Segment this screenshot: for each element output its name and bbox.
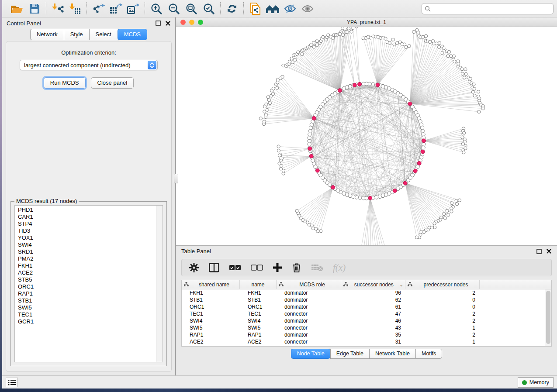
network-node[interactable]	[393, 43, 396, 46]
network-node[interactable]	[355, 196, 358, 199]
network-node[interactable]	[477, 90, 480, 93]
network-node[interactable]	[309, 44, 312, 47]
network-node[interactable]	[290, 57, 293, 60]
mcds-result-item[interactable]: TID3	[15, 227, 156, 234]
network-node[interactable]	[277, 149, 280, 152]
network-node[interactable]	[447, 50, 450, 53]
mcds-result-item[interactable]: CAR1	[15, 213, 156, 220]
network-node[interactable]	[463, 76, 466, 79]
table-cell[interactable]: 61	[341, 304, 405, 310]
window-close-icon[interactable]	[180, 20, 186, 25]
table-cell[interactable]: FKH1	[240, 290, 277, 296]
column-header-shared-name[interactable]: shared name	[182, 280, 240, 289]
network-node[interactable]	[442, 47, 445, 50]
network-node[interactable]	[308, 133, 311, 136]
network-node[interactable]	[264, 113, 267, 116]
export-table-icon[interactable]	[109, 2, 123, 16]
network-node[interactable]	[282, 64, 285, 67]
close-panel-button[interactable]: Close panel	[91, 77, 134, 89]
network-node[interactable]	[461, 142, 464, 145]
mcds-result-item[interactable]: RAP1	[15, 290, 156, 297]
table-cell[interactable]: connector	[277, 325, 341, 331]
columns-icon[interactable]	[209, 263, 219, 272]
network-node[interactable]	[259, 117, 262, 120]
network-node[interactable]	[301, 53, 304, 56]
mcds-result-item[interactable]: ORC1	[15, 283, 156, 290]
zoom-fit-icon[interactable]	[184, 2, 198, 16]
mcds-hub-node[interactable]	[338, 89, 342, 93]
network-node[interactable]	[266, 108, 269, 111]
network-node[interactable]	[471, 90, 474, 93]
network-node[interactable]	[342, 34, 345, 37]
table-cell[interactable]: dominator	[277, 290, 341, 296]
zoom-selected-icon[interactable]	[202, 2, 216, 16]
network-node[interactable]	[308, 129, 312, 133]
network-node[interactable]	[443, 213, 446, 216]
mcds-result-item[interactable]: STB5	[15, 276, 156, 283]
table-cell[interactable]: RAP1	[240, 332, 277, 338]
delete-column-icon[interactable]	[292, 262, 301, 273]
first-neighbors-icon[interactable]	[266, 2, 280, 16]
network-node[interactable]	[438, 41, 441, 45]
network-node[interactable]	[263, 120, 266, 123]
column-header-MCDS-role[interactable]: MCDS role	[277, 280, 341, 289]
table-cell[interactable]: dominator	[277, 304, 341, 310]
network-node[interactable]	[332, 37, 335, 40]
tab-style[interactable]: Style	[64, 29, 89, 40]
network-node[interactable]	[346, 31, 349, 34]
table-cell[interactable]: dominator	[277, 332, 341, 338]
optimization-criterion-select[interactable]: largest connected component (undirected)	[20, 60, 158, 70]
tab-network[interactable]: Network	[30, 29, 64, 40]
tab-network-table[interactable]: Network Table	[369, 349, 415, 359]
network-canvas[interactable]	[176, 27, 557, 245]
mcds-hub-node[interactable]	[315, 168, 319, 172]
table-cell[interactable]: 31	[341, 339, 405, 345]
network-node[interactable]	[408, 45, 411, 48]
network-node[interactable]	[375, 196, 378, 199]
network-node[interactable]	[347, 27, 350, 30]
memory-button[interactable]: Memory	[518, 377, 554, 388]
mcds-hub-node[interactable]	[422, 139, 426, 143]
gear-icon[interactable]	[189, 262, 199, 273]
deselect-all-icon[interactable]	[251, 265, 263, 271]
network-node[interactable]	[311, 227, 315, 230]
mcds-hub-node[interactable]	[331, 186, 335, 189]
network-node[interactable]	[322, 35, 325, 38]
table-cell[interactable]: ACE2	[240, 339, 277, 345]
table-cell[interactable]: 62	[341, 297, 405, 303]
table-cell[interactable]: STB1	[182, 297, 240, 303]
network-node[interactable]	[271, 93, 274, 96]
table-cell[interactable]: 0	[405, 297, 480, 303]
network-node[interactable]	[341, 27, 344, 30]
network-node[interactable]	[391, 38, 394, 41]
table-cell[interactable]: connector	[277, 311, 341, 317]
table-cell[interactable]: 0	[405, 304, 480, 310]
network-node[interactable]	[420, 126, 424, 130]
network-node[interactable]	[361, 82, 365, 86]
network-node[interactable]	[450, 210, 453, 213]
network-node[interactable]	[405, 45, 408, 48]
mcds-hub-node[interactable]	[413, 169, 417, 173]
mcds-result-item[interactable]: STB1	[15, 297, 156, 304]
mcds-hub-node[interactable]	[353, 83, 356, 87]
column-header-name[interactable]: name	[240, 280, 277, 289]
network-node[interactable]	[458, 199, 461, 202]
network-node[interactable]	[412, 30, 415, 33]
close-panel-icon[interactable]	[165, 21, 171, 26]
table-cell[interactable]: ORC1	[240, 304, 277, 310]
network-node[interactable]	[315, 44, 318, 47]
mcds-result-item[interactable]: SWI5	[15, 304, 156, 311]
network-node[interactable]	[447, 213, 450, 217]
network-node[interactable]	[315, 227, 318, 230]
mcds-hub-node[interactable]	[308, 147, 312, 151]
save-session-icon[interactable]	[28, 2, 42, 16]
table-cell[interactable]: STB1	[240, 297, 277, 303]
float-panel-icon[interactable]	[155, 21, 161, 26]
table-cell[interactable]: 35	[341, 332, 405, 338]
table-cell[interactable]: ORC1	[182, 304, 240, 310]
table-cell[interactable]: 2	[405, 311, 480, 317]
table-cell[interactable]: 46	[341, 318, 405, 324]
mcds-result-item[interactable]: TEC1	[15, 311, 156, 318]
tab-edge-table[interactable]: Edge Table	[330, 349, 369, 359]
export-image-icon[interactable]	[126, 2, 140, 16]
